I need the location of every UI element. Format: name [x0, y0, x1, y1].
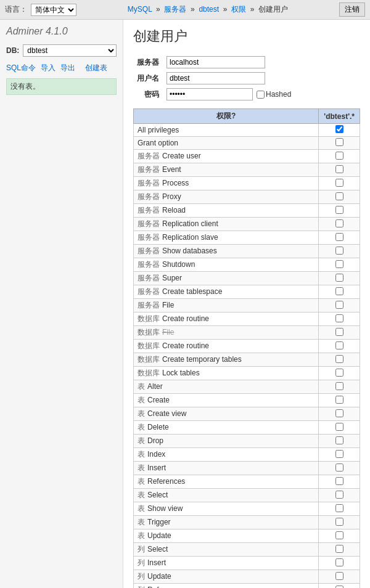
table-row: 数据库Create routine	[134, 340, 360, 353]
priv-name-cell: 表Select	[134, 489, 319, 502]
priv-check-cell	[319, 245, 360, 258]
priv-checkbox[interactable]	[335, 206, 343, 214]
priv-name-cell: 表Alter	[134, 380, 319, 394]
priv-checkbox[interactable]	[335, 260, 343, 268]
sidebar-links: SQL命令 导入 导出 创建表	[6, 63, 117, 73]
server-input[interactable]	[166, 56, 265, 68]
priv-name-cell: 服务器Create tablespace	[134, 285, 319, 299]
main-content: 创建用户 服务器 用户名 密码	[123, 20, 370, 588]
priv-name-cell: 服务器Process	[134, 177, 319, 190]
priv-name: Replication client	[162, 219, 218, 228]
priv-checkbox[interactable]	[335, 274, 343, 282]
priv-checkbox[interactable]	[335, 409, 343, 417]
priv-checkbox[interactable]	[335, 328, 343, 336]
priv-name-cell: 服务器Reload	[134, 204, 319, 218]
priv-check-cell	[319, 557, 360, 570]
breadcrumb-dbtest[interactable]: dbtest	[199, 5, 219, 14]
priv-checkbox[interactable]	[335, 382, 343, 390]
priv-checkbox[interactable]	[335, 518, 343, 526]
priv-scope: 列	[138, 558, 145, 567]
priv-checkbox[interactable]	[335, 396, 343, 404]
table-row: 列Insert	[134, 557, 360, 570]
priv-checkbox[interactable]	[335, 341, 343, 349]
priv-checkbox[interactable]	[335, 477, 343, 485]
priv-name: Create view	[147, 409, 186, 418]
table-row: 服务器Shutdown	[134, 258, 360, 272]
table-row: 列Update	[134, 570, 360, 584]
db-select[interactable]: dbtest	[23, 44, 117, 57]
priv-checkbox[interactable]	[335, 436, 343, 444]
priv-checkbox[interactable]	[335, 219, 343, 227]
priv-checkbox[interactable]	[335, 586, 343, 589]
breadcrumb-server[interactable]: 服务器	[164, 5, 186, 14]
priv-checkbox[interactable]	[335, 450, 343, 458]
priv-name-cell: 列References	[134, 584, 319, 589]
priv-name: Select	[147, 491, 168, 499]
priv-checkbox[interactable]	[335, 152, 343, 160]
priv-check-cell	[319, 448, 360, 462]
priv-scope: 列	[138, 586, 145, 588]
sidebar-import-link[interactable]: 导入	[41, 63, 56, 73]
top-bar-left: 语言： 简体中文 English 日本語	[5, 4, 76, 16]
priv-checkbox[interactable]	[335, 165, 343, 173]
lang-select[interactable]: 简体中文 English 日本語	[31, 4, 76, 16]
priv-checkbox[interactable]	[335, 314, 343, 322]
priv-checkbox[interactable]	[335, 192, 343, 200]
priv-name: Shutdown	[162, 260, 195, 269]
hashed-label[interactable]: Hashed	[257, 90, 291, 99]
password-row: 密码 Hashed	[133, 86, 295, 102]
priv-name-cell: 表Index	[134, 448, 319, 462]
breadcrumb-mysql[interactable]: MySQL	[128, 5, 152, 14]
server-row: 服务器	[133, 54, 295, 70]
priv-checkbox[interactable]	[335, 491, 343, 499]
priv-checkbox[interactable]	[335, 138, 343, 146]
priv-checkbox[interactable]	[335, 125, 343, 133]
priv-check-cell	[319, 137, 360, 150]
priv-checkbox[interactable]	[335, 558, 343, 566]
priv-checkbox[interactable]	[335, 504, 343, 512]
priv-name-cell: 服务器File	[134, 299, 319, 312]
table-row: 服务器Show databases	[134, 245, 360, 258]
priv-checkbox[interactable]	[335, 369, 343, 377]
table-row: 表Index	[134, 448, 360, 462]
priv-checkbox[interactable]	[335, 423, 343, 431]
priv-check-cell	[319, 231, 360, 245]
table-row: 表Trigger	[134, 516, 360, 529]
priv-name: File	[162, 328, 174, 337]
priv-name: Lock tables	[162, 369, 200, 377]
priv-checkbox[interactable]	[335, 531, 343, 539]
priv-check-cell	[319, 353, 360, 367]
priv-checkbox[interactable]	[335, 233, 343, 241]
sidebar-export-link[interactable]: 导出	[60, 63, 75, 73]
table-row: 列References	[134, 584, 360, 589]
priv-scope: 服务器	[138, 165, 160, 174]
priv-check-cell	[319, 367, 360, 380]
priv-checkbox[interactable]	[335, 572, 343, 580]
priv-checkbox[interactable]	[335, 287, 343, 295]
sidebar-create-table-link[interactable]: 创建表	[85, 63, 107, 73]
priv-check-cell	[319, 299, 360, 312]
sidebar-sql-link[interactable]: SQL命令	[6, 63, 36, 73]
priv-name: References	[147, 477, 185, 486]
table-row: 表Insert	[134, 462, 360, 475]
server-label: 服务器	[133, 54, 163, 70]
priv-checkbox[interactable]	[335, 355, 343, 363]
priv-name-cell: 服务器Proxy	[134, 190, 319, 204]
priv-name: Drop	[147, 436, 163, 445]
username-input[interactable]	[166, 72, 265, 84]
password-input[interactable]	[166, 88, 253, 100]
priv-checkbox[interactable]	[335, 463, 343, 472]
hashed-checkbox[interactable]	[257, 91, 265, 99]
breadcrumb-privileges[interactable]: 权限	[231, 5, 246, 14]
priv-name-cell: 数据库Lock tables	[134, 367, 319, 380]
priv-name: Trigger	[147, 518, 171, 526]
priv-checkbox[interactable]	[335, 179, 343, 187]
priv-name: Event	[162, 165, 181, 174]
priv-scope: 服务器	[138, 260, 160, 269]
priv-checkbox[interactable]	[335, 545, 343, 553]
table-row: 表Create view	[134, 407, 360, 421]
priv-check-cell	[319, 124, 360, 137]
logout-button[interactable]: 注销	[339, 2, 365, 17]
priv-checkbox[interactable]	[335, 247, 343, 255]
priv-checkbox[interactable]	[335, 301, 343, 309]
